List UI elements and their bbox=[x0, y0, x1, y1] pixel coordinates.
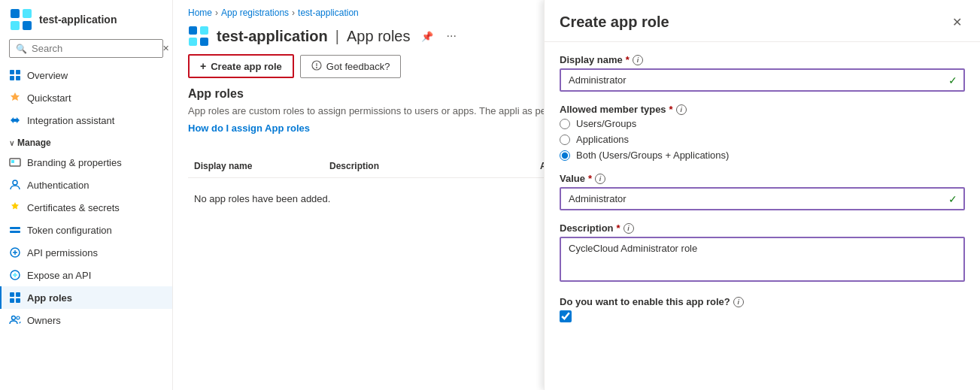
breadcrumb-app-registrations[interactable]: App registrations bbox=[221, 8, 289, 18]
value-input[interactable] bbox=[561, 189, 942, 209]
search-icon: 🔍 bbox=[16, 44, 27, 54]
radio-group: Users/Groups Applications Both (Users/Gr… bbox=[560, 118, 965, 161]
svg-rect-15 bbox=[10, 292, 14, 297]
page-header-sep: | bbox=[335, 28, 339, 45]
create-app-role-label: Create app role bbox=[211, 61, 282, 72]
certificates-icon bbox=[9, 201, 21, 213]
sidebar-item-expose-api-label: Expose an API bbox=[27, 270, 91, 281]
radio-applications-label: Applications bbox=[576, 134, 629, 145]
sidebar-item-certificates-label: Certificates & secrets bbox=[27, 202, 120, 213]
page-header-icon bbox=[188, 26, 209, 47]
enable-checkbox[interactable] bbox=[560, 310, 572, 322]
breadcrumb-sep1: › bbox=[215, 8, 218, 18]
close-icon: ✕ bbox=[952, 16, 962, 29]
owners-icon bbox=[9, 314, 21, 326]
value-label: Value * i bbox=[560, 173, 965, 184]
radio-both-input[interactable] bbox=[560, 150, 570, 161]
svg-point-10 bbox=[13, 180, 17, 185]
allowed-types-group: Allowed member types * i Users/Groups Ap… bbox=[560, 104, 965, 161]
value-info[interactable]: i bbox=[595, 174, 605, 184]
sidebar-item-overview-label: Overview bbox=[27, 70, 68, 81]
description-label: Description * i bbox=[560, 222, 965, 234]
search-box[interactable]: 🔍 ✕ « bbox=[9, 39, 163, 58]
manage-chevron[interactable]: ∨ bbox=[9, 139, 14, 147]
sidebar-item-integration[interactable]: Integration assistant bbox=[0, 109, 172, 132]
svg-rect-6 bbox=[10, 76, 14, 80]
svg-rect-24 bbox=[200, 38, 208, 46]
svg-rect-7 bbox=[16, 76, 20, 80]
sidebar-item-app-roles[interactable]: App roles bbox=[0, 286, 172, 309]
app-icon bbox=[9, 8, 33, 32]
radio-users-groups-input[interactable] bbox=[560, 119, 570, 129]
sidebar-item-quickstart[interactable]: Quickstart bbox=[0, 86, 172, 109]
allowed-types-info[interactable]: i bbox=[676, 104, 687, 115]
display-name-required: * bbox=[626, 54, 630, 65]
sidebar-item-quickstart-label: Quickstart bbox=[27, 92, 71, 104]
sidebar-item-owners[interactable]: Owners bbox=[0, 309, 172, 331]
quickstart-icon bbox=[9, 92, 21, 104]
more-options-button[interactable]: ··· bbox=[444, 28, 460, 44]
enable-label: Do you want to enable this app role? i bbox=[560, 296, 965, 307]
sidebar-item-authentication[interactable]: Authentication bbox=[0, 174, 172, 196]
radio-both-label: Both (Users/Groups + Applications) bbox=[576, 150, 729, 161]
display-name-input[interactable] bbox=[561, 70, 942, 90]
svg-rect-0 bbox=[11, 9, 20, 18]
app-roles-icon bbox=[9, 292, 21, 304]
create-app-role-button[interactable]: + Create app role bbox=[188, 54, 294, 78]
display-name-label: Display name * i bbox=[560, 54, 965, 65]
assign-roles-link[interactable]: How do I assign App roles bbox=[188, 122, 310, 134]
allowed-types-required: * bbox=[669, 104, 673, 115]
create-app-role-panel: Create app role ✕ Display name * i ✓ All… bbox=[544, 0, 980, 390]
sidebar-item-api-permissions[interactable]: API permissions bbox=[0, 241, 172, 264]
svg-point-19 bbox=[12, 316, 16, 320]
sidebar-item-overview[interactable]: Overview bbox=[0, 64, 172, 86]
breadcrumb-sep2: › bbox=[292, 8, 295, 18]
svg-rect-23 bbox=[189, 38, 197, 46]
feedback-button[interactable]: Got feedback? bbox=[300, 55, 402, 78]
app-display-name: test-application bbox=[39, 14, 117, 26]
description-required: * bbox=[617, 222, 620, 234]
sidebar-item-expose-api[interactable]: Expose an API bbox=[0, 264, 172, 286]
svg-rect-3 bbox=[23, 21, 32, 30]
sidebar: test-application 🔍 ✕ « Overview Quicksta… bbox=[0, 0, 173, 390]
panel-body: Display name * i ✓ Allowed member types … bbox=[545, 42, 980, 390]
display-name-input-wrapper[interactable]: ✓ bbox=[560, 68, 965, 92]
description-textarea[interactable]: CycleCloud Administrator role bbox=[560, 237, 965, 282]
display-name-group: Display name * i ✓ bbox=[560, 54, 965, 92]
sidebar-title-block: test-application bbox=[39, 14, 117, 26]
radio-both[interactable]: Both (Users/Groups + Applications) bbox=[560, 150, 965, 161]
radio-users-groups-label: Users/Groups bbox=[576, 118, 636, 129]
pin-button[interactable]: 📌 bbox=[418, 29, 436, 44]
authentication-icon bbox=[9, 179, 21, 191]
panel-title: Create app role bbox=[560, 14, 669, 31]
svg-rect-5 bbox=[16, 70, 20, 74]
value-input-wrapper[interactable]: ✓ bbox=[560, 187, 965, 210]
search-input[interactable] bbox=[32, 43, 158, 54]
sidebar-item-certificates[interactable]: Certificates & secrets bbox=[0, 196, 172, 219]
sidebar-item-owners-label: Owners bbox=[27, 315, 61, 326]
radio-applications-input[interactable] bbox=[560, 135, 570, 145]
overview-icon bbox=[9, 69, 21, 81]
svg-point-26 bbox=[316, 67, 317, 68]
integration-icon bbox=[9, 114, 21, 126]
description-info[interactable]: i bbox=[623, 223, 634, 234]
svg-rect-11 bbox=[10, 227, 20, 229]
manage-label: Manage bbox=[17, 138, 51, 148]
svg-rect-9 bbox=[11, 160, 14, 163]
display-name-info[interactable]: i bbox=[633, 55, 643, 65]
clear-search-icon[interactable]: ✕ bbox=[162, 44, 169, 53]
allowed-types-label: Allowed member types * i bbox=[560, 104, 965, 115]
sidebar-item-token[interactable]: Token configuration bbox=[0, 219, 172, 241]
panel-close-button[interactable]: ✕ bbox=[949, 12, 965, 32]
enable-info[interactable]: i bbox=[733, 297, 744, 307]
breadcrumb-app-name[interactable]: test-application bbox=[298, 8, 359, 18]
description-group: Description * i CycleCloud Administrator… bbox=[560, 222, 965, 284]
svg-rect-4 bbox=[10, 70, 14, 74]
svg-rect-2 bbox=[11, 21, 20, 30]
col-description: Description bbox=[323, 161, 534, 171]
radio-users-groups[interactable]: Users/Groups bbox=[560, 118, 965, 129]
sidebar-item-integration-label: Integration assistant bbox=[27, 115, 114, 126]
radio-applications[interactable]: Applications bbox=[560, 134, 965, 145]
breadcrumb-home[interactable]: Home bbox=[188, 8, 212, 18]
sidebar-item-branding[interactable]: Branding & properties bbox=[0, 151, 172, 174]
